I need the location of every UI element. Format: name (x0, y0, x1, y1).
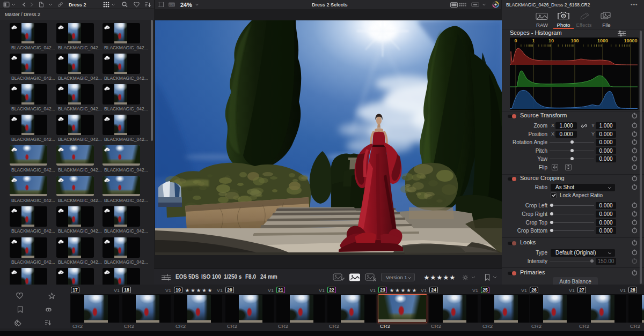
svg-text:10000: 10000 (624, 38, 637, 43)
svg-text:LUT: LUT (169, 3, 175, 6)
svg-text:★: ★ (406, 287, 411, 293)
svg-text:★: ★ (208, 287, 213, 293)
svg-text:★: ★ (202, 287, 207, 293)
svg-text:©: © (562, 14, 565, 18)
svg-text:100: 100 (570, 38, 579, 43)
svg-text:1000: 1000 (597, 38, 608, 43)
svg-text:★: ★ (443, 274, 449, 281)
svg-text:10: 10 (548, 38, 554, 43)
svg-text:★: ★ (196, 287, 201, 293)
svg-text:★: ★ (437, 274, 443, 281)
svg-text:0: 0 (514, 38, 517, 43)
svg-text:★: ★ (390, 287, 394, 293)
svg-text:★: ★ (191, 287, 195, 293)
svg-text:1: 1 (532, 38, 535, 43)
svg-text:★: ★ (185, 287, 190, 293)
svg-text:★: ★ (401, 287, 406, 293)
svg-text:★: ★ (450, 274, 456, 281)
svg-text:★: ★ (395, 287, 400, 293)
svg-text:★: ★ (424, 274, 430, 281)
svg-text:★: ★ (430, 274, 436, 281)
svg-text:★: ★ (412, 287, 417, 293)
